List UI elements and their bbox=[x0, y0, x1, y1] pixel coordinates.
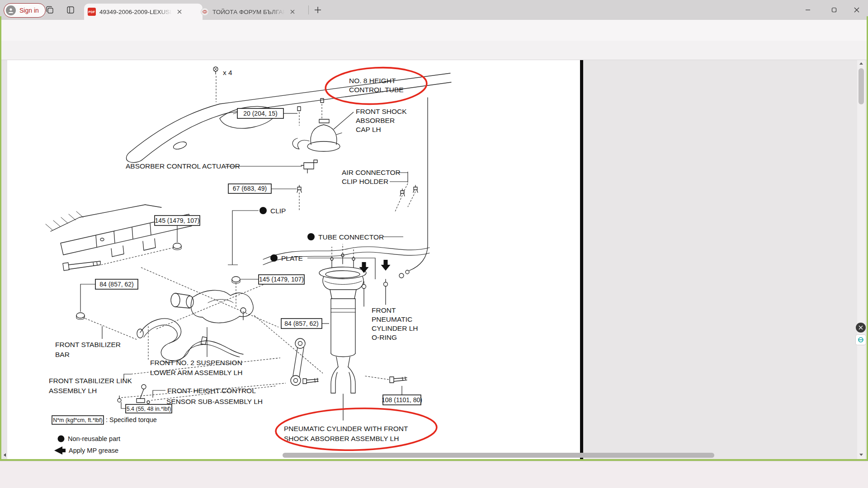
torque-145-a: 145 (1479, 107) bbox=[155, 217, 200, 224]
clip-label: CLIP bbox=[270, 207, 286, 215]
lower-arm-label-2: LOWER ARM ASSEMBLY LH bbox=[150, 369, 242, 376]
profile-avatar-icon bbox=[6, 5, 16, 15]
workspaces-icon[interactable] bbox=[45, 5, 54, 14]
suspension-diagram: 20 (204, 15) 67 (683, 49) 145 (1479, 107… bbox=[7, 63, 580, 455]
shock-cap-label-3: CAP LH bbox=[356, 126, 381, 133]
tab-divider bbox=[308, 5, 309, 14]
legend-non-reusable: Non-reusable part bbox=[68, 435, 120, 442]
scroll-down-icon[interactable] bbox=[859, 452, 863, 457]
no8-height-label-1: NO. 8 HEIGHT bbox=[349, 77, 396, 84]
legend-torque-units: N*m (kgf*cm, ft.*lbf) bbox=[53, 417, 103, 423]
torque-84-a: 84 (857, 62) bbox=[99, 281, 134, 288]
height-sensor-label-1: FRONT HEIGHT CONTROL bbox=[167, 387, 256, 394]
tube-connector-label: TUBE CONNECTOR bbox=[318, 233, 384, 241]
window-minimize-icon[interactable] bbox=[805, 7, 811, 13]
window-close-icon[interactable] bbox=[854, 7, 859, 13]
torque-67: 67 (683, 49) bbox=[233, 185, 267, 192]
clip-bullet bbox=[259, 207, 267, 214]
sign-in-label: Sign in bbox=[19, 7, 39, 14]
pneumatic-label-2: PNEUMATIC bbox=[372, 315, 412, 323]
pneumatic-label-3: CYLINDER LH bbox=[372, 324, 418, 332]
pdf-toolbar: Draw Ask Copilot of 11275 bbox=[0, 41, 868, 60]
bolt-count-label: x 4 bbox=[223, 69, 232, 76]
circled-label-1: PNEUMATIC CYLINDER WITH FRONT bbox=[284, 425, 408, 432]
plate-bullet bbox=[270, 254, 278, 262]
pneumatic-label-1: FRONT bbox=[372, 306, 396, 314]
height-sensor-label-2: SENSOR SUB-ASSEMBLY LH bbox=[166, 398, 263, 405]
sidebar-widget-app-icon[interactable] bbox=[855, 334, 866, 345]
scroll-left-icon[interactable] bbox=[3, 453, 7, 457]
torque-5-4: 5.4 (55, 48 in.*lbf) bbox=[127, 406, 171, 412]
down-arrow-icon bbox=[359, 260, 391, 273]
horizontal-scroll-thumb[interactable] bbox=[283, 453, 714, 458]
desktop-screen: Sign in PDF 49349-2006-2009-LEXUSLS460.p… bbox=[0, 0, 868, 488]
torque-108: 108 (1101, 80) bbox=[382, 396, 422, 404]
plate-label: PLATE bbox=[281, 254, 303, 262]
pdf-favicon: PDF bbox=[88, 8, 96, 16]
torque-145-b: 145 (1479, 107) bbox=[259, 276, 304, 283]
lower-arm-label-1: FRONT NO. 2 SUSPENSION bbox=[150, 359, 242, 366]
page-edge-divider bbox=[580, 60, 583, 459]
grease-arrow-icon bbox=[54, 446, 66, 455]
window-maximize-icon[interactable] bbox=[831, 7, 837, 13]
shock-cap-label-1: FRONT SHOCK bbox=[356, 108, 407, 115]
tab-pdf[interactable]: PDF 49349-2006-2009-LEXUSLS460.pdf bbox=[84, 4, 203, 20]
actuator-label: ABSORBER CONTROL ACTUATOR bbox=[126, 162, 240, 170]
legend-torque-desc: : Specified torque bbox=[106, 416, 157, 423]
legend-grease: Apply MP grease bbox=[69, 447, 118, 454]
tab-strip: Sign in PDF 49349-2006-2009-LEXUSLS460.p… bbox=[0, 0, 868, 20]
address-bar-row: File D:/New%20folder/49349-2006-2009-LEX… bbox=[0, 20, 868, 41]
non-reusable-bullet bbox=[58, 436, 65, 442]
circled-label-2: SHOCK ABSORBER ASSEMBLY LH bbox=[284, 435, 399, 442]
sidebar-widget-close-icon[interactable] bbox=[856, 323, 866, 333]
new-tab-icon[interactable] bbox=[314, 6, 322, 14]
scroll-up-icon[interactable] bbox=[859, 61, 863, 66]
toyota-favicon bbox=[201, 8, 209, 16]
tab-pdf-title: 49349-2006-2009-LEXUSLS460.pdf bbox=[99, 9, 172, 15]
tab-search-icon[interactable] bbox=[66, 5, 75, 14]
taskbar: 10°C Mostly cloudy Search bbox=[0, 461, 868, 488]
no8-height-label-2: CONTROL TUBE bbox=[349, 86, 404, 94]
sign-in-button[interactable]: Sign in bbox=[4, 3, 46, 18]
tab-forum[interactable]: ТОЙОТА ФОРУМ БЪЛГАРИЯ - Виж bbox=[197, 4, 312, 20]
torque-84-b: 84 (857, 62) bbox=[284, 320, 319, 327]
tab-forum-title: ТОЙОТА ФОРУМ БЪЛГАРИЯ - Виж bbox=[212, 9, 285, 15]
tab-forum-close-icon[interactable] bbox=[288, 8, 297, 16]
stabilizer-link-label-1: FRONT STABILIZER LINK bbox=[49, 377, 132, 385]
pdf-content-area: 20 (204, 15) 67 (683, 49) 145 (1479, 107… bbox=[0, 60, 868, 459]
window-border-left bbox=[0, 16, 1, 461]
air-connector-label-1: AIR CONNECTOR bbox=[342, 169, 401, 176]
stabilizer-bar-label-2: BAR bbox=[55, 351, 70, 358]
stabilizer-bar-label-1: FRONT STABILIZER bbox=[55, 341, 121, 348]
shock-cap-label-2: ABSORBER bbox=[356, 117, 395, 124]
tab-pdf-close-icon[interactable] bbox=[175, 8, 184, 16]
stabilizer-link-label-2: ASSEMBLY LH bbox=[49, 387, 97, 394]
torque-20: 20 (204, 15) bbox=[243, 110, 278, 117]
pdf-page: 20 (204, 15) 67 (683, 49) 145 (1479, 107… bbox=[7, 60, 580, 459]
air-connector-label-2: CLIP HOLDER bbox=[342, 178, 388, 185]
tube-connector-bullet bbox=[307, 233, 315, 240]
vertical-scroll-thumb[interactable] bbox=[859, 68, 864, 104]
pneumatic-label-4: O-RING bbox=[372, 333, 397, 341]
vertical-scrollbar[interactable] bbox=[857, 60, 865, 459]
